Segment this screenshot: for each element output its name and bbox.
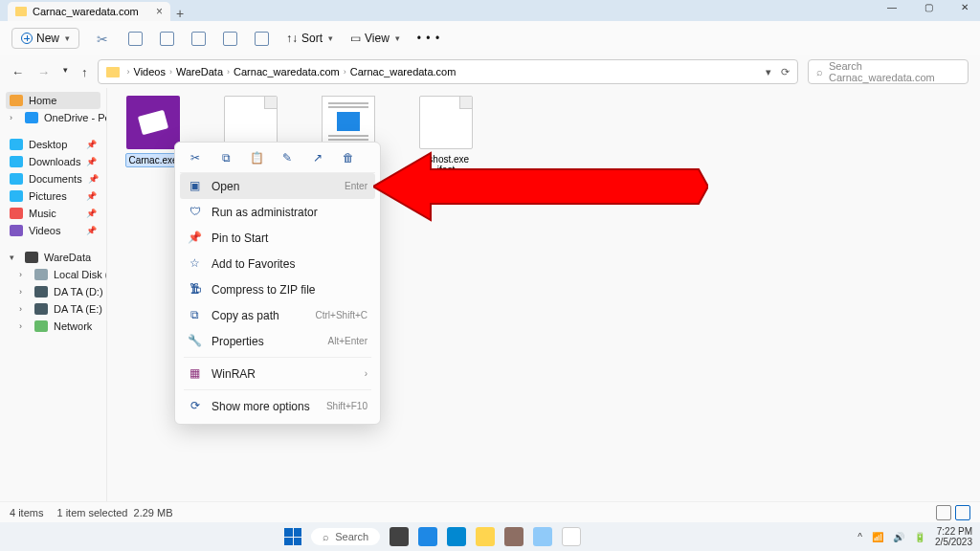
chevron-down-icon[interactable]: ▾ [63,65,68,79]
crumb-waredata[interactable]: WareData [176,66,223,77]
share-icon[interactable] [223,32,237,46]
ctx-run-as-admin[interactable]: 🛡Run as administrator [180,199,375,225]
new-tab-button[interactable]: + [170,6,189,21]
close-tab-icon[interactable]: × [156,5,163,18]
up-icon[interactable]: ↑ [81,65,88,79]
battery-icon[interactable]: 🔋 [914,532,925,542]
pin-icon: 📌 [86,226,97,235]
network-icon [34,320,48,332]
clock[interactable]: 7:22 PM2/5/2023 [935,526,972,547]
sidebar-onedrive[interactable]: ›OneDrive - Persona [6,109,100,126]
rename-icon[interactable] [191,32,206,46]
close-icon[interactable]: ✕ [955,2,974,12]
chrome-icon[interactable] [562,527,581,546]
chevron-right-icon: › [19,287,27,297]
ctx-show-more[interactable]: ⟳Show more optionsShift+F10 [180,393,375,419]
zip-icon: 🗜 [188,282,202,297]
item-count: 4 items [10,507,43,518]
tabs-bar: Carnac_waredata.com × + [0,0,980,21]
context-action-bar: ✂ ⧉ 📋 ✎ ↗ 🗑 [180,147,375,173]
share-icon[interactable]: ↗ [310,151,325,165]
app-icon[interactable] [533,527,552,546]
sort-button[interactable]: ↑↓ Sort▾ [286,32,333,45]
more-button[interactable]: • • • [417,32,440,45]
details-view-icon[interactable] [936,505,951,520]
sidebar-desktop[interactable]: Desktop📌 [6,136,100,153]
tab-title: Carnac_waredata.com [33,6,139,17]
app-icon[interactable] [447,527,466,546]
delete-icon[interactable] [255,32,269,46]
back-icon[interactable]: ← [11,65,24,79]
refresh-icon[interactable]: ⟳ [781,66,790,78]
forward-icon[interactable]: → [37,65,50,79]
chevron-right-icon: › [19,321,27,331]
open-icon: ▣ [188,179,202,193]
sidebar-drive-d[interactable]: ›DA TA (D:) [6,283,100,300]
sidebar-documents[interactable]: Documents📌 [6,170,100,187]
documents-icon [10,173,23,185]
app-icon[interactable] [504,527,523,546]
minimize-icon[interactable]: — [882,2,902,12]
edge-icon[interactable] [418,527,437,546]
chevron-right-icon: › [19,270,27,279]
download-icon [10,156,23,167]
window-controls: — ▢ ✕ [882,2,974,12]
maximize-icon[interactable]: ▢ [919,2,938,12]
ctx-open[interactable]: ▣OpenEnter [180,173,375,199]
new-button[interactable]: New ▾ [11,28,79,49]
chevron-right-icon: › [10,113,17,122]
ctx-pin-start[interactable]: 📌Pin to Start [180,225,375,251]
home-icon [10,95,23,106]
disk-icon [34,286,48,298]
taskbar-search[interactable]: ⌕Search [311,528,380,545]
search-input[interactable]: ⌕ Search Carnac_waredata.com [808,59,969,84]
browser-tab[interactable]: Carnac_waredata.com × [8,2,170,21]
crumb-carnac2[interactable]: Carnac_waredata.com [350,66,457,77]
sidebar-drive-e[interactable]: ›DA TA (E:) [6,300,100,318]
address-bar[interactable]: › Videos › WareData › Carnac_waredata.co… [98,59,799,84]
pin-icon: 📌 [86,157,97,166]
ctx-winrar[interactable]: ▦WinRAR› [180,361,375,386]
crumb-carnac1[interactable]: Carnac_waredata.com [234,66,340,77]
sidebar: Home ›OneDrive - Persona Desktop📌 Downlo… [0,88,107,501]
sidebar-network[interactable]: ›Network [6,318,100,335]
toolbar: New ▾ ✂ ↑↓ Sort▾ ▭ View▾ • • • [0,21,980,55]
start-button[interactable] [284,528,301,545]
chevron-down-icon: ▾ [65,33,70,43]
pin-icon: 📌 [86,191,97,201]
cut-icon[interactable]: ✂ [188,151,203,165]
cut-icon[interactable]: ✂ [97,32,111,46]
ctx-compress-zip[interactable]: 🗜Compress to ZIP file [180,276,375,302]
disk-icon [34,269,48,280]
ctx-properties[interactable]: 🔧PropertiesAlt+Enter [180,328,375,354]
sidebar-waredata[interactable]: ▾WareData [6,249,100,266]
icons-view-icon[interactable] [955,505,970,520]
nav-arrows: ← → ▾ ↑ [11,65,88,79]
copy-icon[interactable]: ⧉ [218,151,234,165]
context-menu: ✂ ⧉ 📋 ✎ ↗ 🗑 ▣OpenEnter 🛡Run as administr… [174,142,381,425]
crumb-videos[interactable]: Videos [134,66,166,77]
chevron-down-icon[interactable]: ▾ [766,66,771,78]
sidebar-downloads[interactable]: Downloads📌 [6,153,100,170]
explorer-icon[interactable] [476,527,495,546]
copy-icon[interactable] [128,32,143,46]
sidebar-drive-c[interactable]: ›Local Disk (C:) [6,266,100,283]
sidebar-music[interactable]: Music📌 [6,205,100,222]
sidebar-home[interactable]: Home [6,92,100,109]
sidebar-videos[interactable]: Videos📌 [6,222,100,239]
ctx-add-favorites[interactable]: ☆Add to Favorites [180,251,375,276]
taskview-icon[interactable] [390,527,409,546]
delete-icon[interactable]: 🗑 [341,151,356,165]
chevron-up-icon[interactable]: ^ [858,532,862,542]
paste-icon[interactable]: 📋 [249,151,264,165]
volume-icon[interactable]: 🔊 [893,532,904,542]
chevron-right-icon: › [19,304,27,314]
paste-icon[interactable] [160,32,174,46]
wifi-icon[interactable]: 📶 [872,532,883,542]
ctx-copy-path[interactable]: ⧉Copy as pathCtrl+Shift+C [180,302,375,328]
view-button[interactable]: ▭ View▾ [350,32,400,45]
file-icon [419,96,473,149]
rename-icon[interactable]: ✎ [279,151,295,165]
disk-icon [34,303,48,315]
sidebar-pictures[interactable]: Pictures📌 [6,187,100,205]
